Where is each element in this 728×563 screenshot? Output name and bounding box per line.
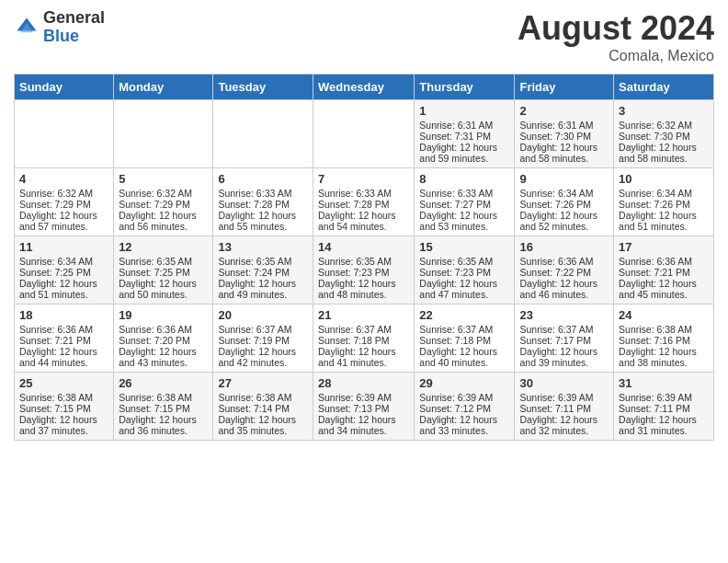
day-number: 20 bbox=[218, 308, 308, 322]
day-info: and 38 minutes. bbox=[619, 357, 709, 368]
day-info: Daylight: 12 hours bbox=[119, 414, 208, 425]
calendar-cell bbox=[213, 100, 313, 168]
day-info: and 44 minutes. bbox=[19, 357, 108, 368]
day-number: 12 bbox=[119, 240, 208, 254]
day-info: Sunrise: 6:39 AM bbox=[619, 392, 709, 403]
day-info: Daylight: 12 hours bbox=[119, 346, 208, 357]
week-row-3: 11Sunrise: 6:34 AMSunset: 7:25 PMDayligh… bbox=[15, 236, 714, 304]
day-info: Sunrise: 6:37 AM bbox=[318, 324, 409, 335]
calendar-cell: 23Sunrise: 6:37 AMSunset: 7:17 PMDayligh… bbox=[515, 304, 614, 373]
day-info: Sunrise: 6:38 AM bbox=[218, 392, 308, 403]
day-info: Daylight: 12 hours bbox=[619, 210, 709, 221]
day-number: 16 bbox=[519, 240, 609, 254]
calendar-cell: 29Sunrise: 6:39 AMSunset: 7:12 PMDayligh… bbox=[415, 373, 515, 441]
page-header: General Blue August 2024 Comala, Mexico bbox=[14, 9, 714, 64]
day-info: Sunset: 7:26 PM bbox=[519, 199, 609, 210]
day-info: Sunset: 7:26 PM bbox=[619, 199, 709, 210]
day-info: Daylight: 12 hours bbox=[419, 414, 509, 425]
calendar-cell: 14Sunrise: 6:35 AMSunset: 7:23 PMDayligh… bbox=[313, 236, 414, 304]
calendar-body: 1Sunrise: 6:31 AMSunset: 7:31 PMDaylight… bbox=[15, 100, 714, 441]
day-info: and 50 minutes. bbox=[119, 289, 208, 300]
day-info: and 56 minutes. bbox=[119, 221, 208, 232]
day-info: Sunrise: 6:37 AM bbox=[419, 324, 509, 335]
day-info: Daylight: 12 hours bbox=[419, 346, 509, 357]
header-day-wednesday: Wednesday bbox=[313, 75, 414, 100]
calendar-cell: 5Sunrise: 6:32 AMSunset: 7:29 PMDaylight… bbox=[114, 168, 213, 236]
day-info: Sunrise: 6:34 AM bbox=[619, 188, 709, 199]
day-number: 24 bbox=[619, 308, 709, 322]
week-row-5: 25Sunrise: 6:38 AMSunset: 7:15 PMDayligh… bbox=[15, 373, 714, 441]
day-info: Daylight: 12 hours bbox=[19, 414, 108, 425]
header-day-thursday: Thursday bbox=[415, 75, 515, 100]
day-info: Sunrise: 6:36 AM bbox=[519, 256, 609, 267]
day-info: Sunrise: 6:36 AM bbox=[119, 324, 208, 335]
day-info: Sunrise: 6:35 AM bbox=[218, 256, 308, 267]
day-info: Daylight: 12 hours bbox=[19, 210, 108, 221]
day-info: and 51 minutes. bbox=[619, 221, 709, 232]
day-info: Daylight: 12 hours bbox=[218, 210, 308, 221]
day-info: Sunset: 7:11 PM bbox=[519, 403, 609, 414]
day-number: 25 bbox=[19, 376, 108, 390]
calendar-cell: 19Sunrise: 6:36 AMSunset: 7:20 PMDayligh… bbox=[114, 304, 213, 373]
day-info: and 54 minutes. bbox=[318, 221, 409, 232]
day-info: Sunrise: 6:31 AM bbox=[519, 120, 609, 131]
day-info: Sunrise: 6:35 AM bbox=[318, 256, 409, 267]
calendar-table: SundayMondayTuesdayWednesdayThursdayFrid… bbox=[14, 74, 714, 441]
day-info: Sunset: 7:22 PM bbox=[519, 267, 609, 278]
day-info: Daylight: 12 hours bbox=[519, 210, 609, 221]
logo: General Blue bbox=[14, 9, 105, 46]
calendar-cell: 16Sunrise: 6:36 AMSunset: 7:22 PMDayligh… bbox=[515, 236, 614, 304]
day-info: and 55 minutes. bbox=[218, 221, 308, 232]
day-info: and 36 minutes. bbox=[119, 425, 208, 436]
day-info: Sunset: 7:15 PM bbox=[119, 403, 208, 414]
day-info: Sunset: 7:25 PM bbox=[19, 267, 108, 278]
calendar-cell: 28Sunrise: 6:39 AMSunset: 7:13 PMDayligh… bbox=[313, 373, 414, 441]
day-number: 19 bbox=[119, 308, 208, 322]
day-info: and 46 minutes. bbox=[519, 289, 609, 300]
day-number: 7 bbox=[318, 172, 409, 186]
calendar-cell: 9Sunrise: 6:34 AMSunset: 7:26 PMDaylight… bbox=[515, 168, 614, 236]
day-info: Daylight: 12 hours bbox=[318, 346, 409, 357]
calendar-cell bbox=[114, 100, 213, 168]
day-info: and 39 minutes. bbox=[519, 357, 609, 368]
header-day-friday: Friday bbox=[515, 75, 614, 100]
day-info: and 47 minutes. bbox=[419, 289, 509, 300]
day-info: and 51 minutes. bbox=[19, 289, 108, 300]
day-info: Sunset: 7:17 PM bbox=[519, 335, 609, 346]
day-info: Daylight: 12 hours bbox=[619, 278, 709, 289]
calendar-cell: 17Sunrise: 6:36 AMSunset: 7:21 PMDayligh… bbox=[614, 236, 714, 304]
day-info: Sunrise: 6:34 AM bbox=[19, 256, 108, 267]
calendar-cell: 2Sunrise: 6:31 AMSunset: 7:30 PMDaylight… bbox=[515, 100, 614, 168]
day-info: Sunset: 7:28 PM bbox=[218, 199, 308, 210]
calendar-cell: 4Sunrise: 6:32 AMSunset: 7:29 PMDaylight… bbox=[15, 168, 114, 236]
day-number: 28 bbox=[318, 376, 409, 390]
week-row-1: 1Sunrise: 6:31 AMSunset: 7:31 PMDaylight… bbox=[15, 100, 714, 168]
day-info: Daylight: 12 hours bbox=[519, 278, 609, 289]
day-info: Sunset: 7:28 PM bbox=[318, 199, 409, 210]
day-info: Sunrise: 6:33 AM bbox=[318, 188, 409, 199]
header-row: SundayMondayTuesdayWednesdayThursdayFrid… bbox=[15, 75, 714, 100]
day-info: and 43 minutes. bbox=[119, 357, 208, 368]
day-number: 18 bbox=[19, 308, 108, 322]
calendar-cell: 13Sunrise: 6:35 AMSunset: 7:24 PMDayligh… bbox=[213, 236, 313, 304]
day-info: Daylight: 12 hours bbox=[619, 142, 709, 153]
day-number: 14 bbox=[318, 240, 409, 254]
calendar-cell bbox=[313, 100, 414, 168]
day-info: Sunset: 7:23 PM bbox=[318, 267, 409, 278]
day-info: and 57 minutes. bbox=[19, 221, 108, 232]
day-info: Sunrise: 6:34 AM bbox=[519, 188, 609, 199]
day-number: 10 bbox=[619, 172, 709, 186]
day-info: Sunset: 7:20 PM bbox=[119, 335, 208, 346]
calendar-cell: 1Sunrise: 6:31 AMSunset: 7:31 PMDaylight… bbox=[415, 100, 515, 168]
day-info: and 35 minutes. bbox=[218, 425, 308, 436]
day-number: 27 bbox=[218, 376, 308, 390]
day-info: Sunrise: 6:32 AM bbox=[19, 188, 108, 199]
day-info: Sunset: 7:29 PM bbox=[19, 199, 108, 210]
logo-blue: Blue bbox=[43, 28, 105, 46]
header-day-monday: Monday bbox=[114, 75, 213, 100]
day-info: Sunrise: 6:39 AM bbox=[519, 392, 609, 403]
calendar-cell: 6Sunrise: 6:33 AMSunset: 7:28 PMDaylight… bbox=[213, 168, 313, 236]
calendar-header: SundayMondayTuesdayWednesdayThursdayFrid… bbox=[15, 75, 714, 100]
day-info: Sunrise: 6:35 AM bbox=[419, 256, 509, 267]
day-number: 4 bbox=[19, 172, 108, 186]
